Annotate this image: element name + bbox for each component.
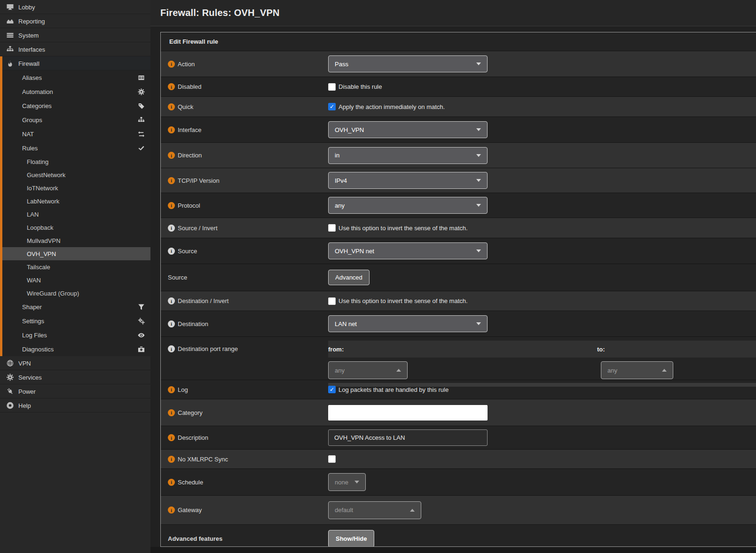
field-label: i Destination port range <box>161 337 328 352</box>
sidebar-item-automation[interactable]: Automation <box>0 85 150 99</box>
info-icon[interactable]: i <box>168 456 175 463</box>
from-label: from: <box>328 346 597 353</box>
form-row-gateway: i Gateway default <box>161 496 756 525</box>
sidebar-item-services[interactable]: Services <box>0 370 150 384</box>
sidebar: Lobby Reporting System Interfaces Firewa… <box>0 0 150 553</box>
info-icon[interactable]: i <box>168 103 175 110</box>
info-icon[interactable]: i <box>168 409 175 416</box>
sidebar-item-rules-mullvadvpn[interactable]: MullvadVPN <box>0 234 150 247</box>
checkbox-label: Use this option to invert the sense of t… <box>339 297 468 304</box>
sidebar-item-system[interactable]: System <box>0 28 150 42</box>
list-icon <box>6 31 14 39</box>
description-input[interactable] <box>328 429 488 446</box>
sidebar-item-interfaces[interactable]: Interfaces <box>0 42 150 56</box>
sidebar-item-rules-tailscale[interactable]: Tailscale <box>0 260 150 273</box>
sidebar-item-rules-lan[interactable]: LAN <box>0 208 150 221</box>
active-section-accent <box>0 56 2 356</box>
destination-select[interactable]: LAN net <box>328 315 488 332</box>
info-icon[interactable]: i <box>168 61 175 68</box>
sidebar-item-label: NAT <box>22 131 34 138</box>
source-advanced-button[interactable]: Advanced <box>328 270 370 285</box>
category-input[interactable] <box>328 405 488 421</box>
rule-label: LAN <box>27 211 39 218</box>
field-label: i Source / Invert <box>161 225 328 232</box>
sidebar-item-power[interactable]: Power <box>0 384 150 398</box>
info-icon[interactable]: i <box>168 434 175 441</box>
checkbox-label: Apply the action immediately on match. <box>339 103 445 110</box>
sidebar-item-rules-loopback[interactable]: Loopback <box>0 221 150 234</box>
schedule-select[interactable]: none <box>328 473 366 491</box>
source-select[interactable]: OVH_VPN net <box>328 242 488 259</box>
disabled-checkbox[interactable] <box>328 83 336 91</box>
sidebar-item-help[interactable]: Help <box>0 398 150 413</box>
field-label: i Destination <box>161 320 328 327</box>
sidebar-item-categories[interactable]: Categories <box>0 99 150 113</box>
sidebar-item-rules-guestnetwork[interactable]: GuestNetwork <box>0 168 150 181</box>
rule-label: LabNetwork <box>27 198 59 205</box>
info-icon[interactable]: i <box>168 152 175 159</box>
info-icon[interactable]: i <box>168 126 175 133</box>
form-row-source-advanced: Source Advanced <box>161 264 756 291</box>
protocol-select[interactable]: any <box>328 197 488 214</box>
info-icon[interactable]: i <box>168 479 175 486</box>
info-icon[interactable]: i <box>168 345 175 352</box>
chevron-down-icon <box>354 481 359 483</box>
sidebar-item-diagnostics[interactable]: Diagnostics <box>0 342 150 356</box>
info-icon[interactable]: i <box>168 320 175 327</box>
sidebar-item-aliases[interactable]: Aliases <box>0 70 150 85</box>
sidebar-item-rules-iotnetwork[interactable]: IoTNetwork <box>0 181 150 195</box>
sidebar-item-rules-ovh-vpn[interactable]: OVH_VPN <box>0 247 150 260</box>
chevron-down-icon <box>476 62 481 65</box>
info-icon[interactable]: i <box>168 297 175 304</box>
rule-label: MullvadVPN <box>27 237 61 244</box>
destination-invert-checkbox[interactable] <box>328 297 336 305</box>
sidebar-item-shaper[interactable]: Shaper <box>0 300 150 314</box>
sidebar-item-vpn[interactable]: VPN <box>0 356 150 370</box>
tcpip-version-select[interactable]: IPv4 <box>328 172 488 189</box>
show-hide-advanced-button[interactable]: Show/Hide <box>328 530 374 547</box>
no-xmlrpc-sync-checkbox[interactable] <box>328 455 336 463</box>
form-row-category: i Category <box>161 399 756 426</box>
info-icon[interactable]: i <box>168 225 175 232</box>
gateway-select[interactable]: default <box>328 501 421 519</box>
port-to-combo[interactable]: any <box>601 361 673 379</box>
sidebar-item-settings[interactable]: Settings <box>0 314 150 328</box>
rule-label: WireGuard (Group) <box>27 290 79 297</box>
field-label: Advanced features <box>161 535 328 542</box>
sidebar-item-rules-labnetwork[interactable]: LabNetwork <box>0 195 150 208</box>
chevron-up-icon <box>410 509 415 512</box>
sidebar-item-lobby[interactable]: Lobby <box>0 0 150 14</box>
info-icon[interactable]: i <box>168 202 175 209</box>
direction-select[interactable]: in <box>328 147 488 164</box>
sidebar-item-firewall[interactable]: Firewall <box>0 56 150 70</box>
sidebar-item-nat[interactable]: NAT <box>0 127 150 141</box>
info-icon[interactable]: i <box>168 83 175 90</box>
log-checkbox[interactable]: ✓ <box>328 386 336 393</box>
sidebar-item-label: Help <box>18 402 31 409</box>
action-select[interactable]: Pass <box>328 55 488 72</box>
gears-icon <box>138 318 145 325</box>
info-icon[interactable]: i <box>168 506 175 514</box>
sidebar-item-rules-wireguard-group[interactable]: WireGuard (Group) <box>0 287 150 300</box>
field-label: i Direction <box>161 152 328 159</box>
sidebar-item-label: Firewall <box>18 60 39 67</box>
sidebar-item-reporting[interactable]: Reporting <box>0 14 150 28</box>
source-invert-checkbox[interactable] <box>328 224 336 232</box>
sidebar-item-label: System <box>18 32 39 39</box>
sidebar-item-label: Reporting <box>18 18 45 25</box>
checkbox-label: Log packets that are handled by this rul… <box>339 386 449 393</box>
info-icon[interactable]: i <box>168 248 175 255</box>
port-from-combo[interactable]: any <box>328 361 408 379</box>
sidebar-item-groups[interactable]: Groups <box>0 113 150 127</box>
quick-checkbox[interactable]: ✓ <box>328 103 336 110</box>
sidebar-item-label: Rules <box>22 145 38 152</box>
field-label: Source <box>161 274 328 281</box>
sidebar-item-rules-wan[interactable]: WAN <box>0 273 150 287</box>
sidebar-item-rules[interactable]: Rules <box>0 141 150 155</box>
info-icon[interactable]: i <box>168 386 175 393</box>
sidebar-item-log-files[interactable]: Log Files <box>0 328 150 342</box>
interface-select[interactable]: OVH_VPN <box>328 121 488 138</box>
sidebar-item-rules-floating[interactable]: Floating <box>0 155 150 168</box>
form-row-destination-invert: i Destination / Invert Use this option t… <box>161 291 756 311</box>
info-icon[interactable]: i <box>168 177 175 184</box>
